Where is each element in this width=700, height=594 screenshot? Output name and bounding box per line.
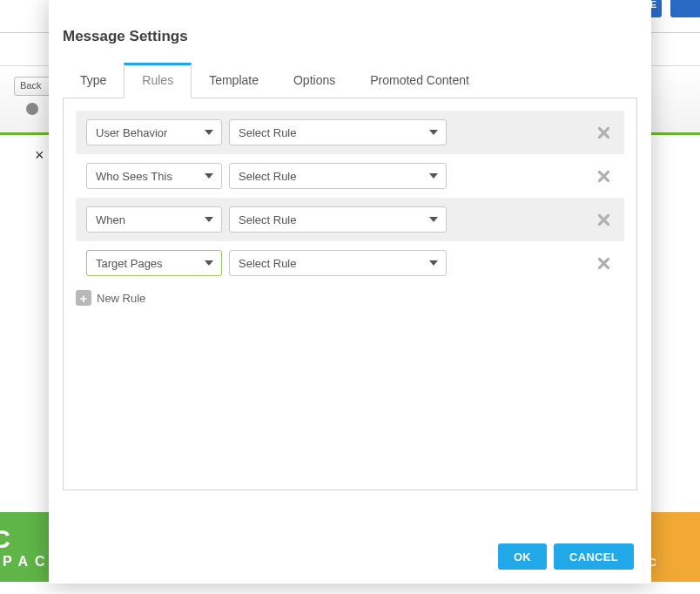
rule-category-select[interactable]: Target Pages bbox=[86, 250, 222, 276]
rule-value: Select Rule bbox=[239, 257, 296, 270]
rule-category-select[interactable]: User Behavior bbox=[86, 119, 222, 145]
delete-rule-button[interactable] bbox=[593, 253, 614, 273]
rule-category-value: When bbox=[96, 213, 125, 226]
chevron-down-icon bbox=[425, 254, 442, 272]
rule-value: Select Rule bbox=[239, 213, 296, 226]
rule-category-select[interactable]: When bbox=[86, 206, 222, 233]
rule-row: User Behavior Select Rule bbox=[76, 111, 624, 154]
tab-template[interactable]: Template bbox=[192, 63, 276, 98]
delete-rule-button[interactable] bbox=[593, 122, 614, 143]
plus-icon: + bbox=[76, 290, 91, 306]
new-rule-label: New Rule bbox=[97, 292, 145, 305]
tab-options[interactable]: Options bbox=[276, 63, 353, 98]
message-settings-modal: Message Settings Type Rules Template Opt… bbox=[49, 0, 651, 584]
modal-title: Message Settings bbox=[49, 0, 651, 63]
rule-row: When Select Rule bbox=[76, 198, 624, 241]
rule-row: Who Sees This Select Rule bbox=[76, 154, 624, 198]
rule-category-value: User Behavior bbox=[96, 126, 167, 139]
chevron-down-icon bbox=[200, 167, 218, 185]
cancel-button[interactable]: CANCEL bbox=[554, 543, 634, 570]
rule-value-select[interactable]: Select Rule bbox=[229, 250, 447, 276]
ok-button[interactable]: OK bbox=[498, 543, 547, 570]
delete-rule-button[interactable] bbox=[593, 165, 614, 186]
rule-category-select[interactable]: Who Sees This bbox=[86, 163, 222, 189]
rule-value-select[interactable]: Select Rule bbox=[229, 206, 447, 233]
rule-value-select[interactable]: Select Rule bbox=[229, 163, 447, 189]
chevron-down-icon bbox=[425, 211, 442, 228]
new-rule-button[interactable]: + New Rule bbox=[76, 285, 624, 306]
chevron-down-icon bbox=[200, 254, 218, 272]
tab-type[interactable]: Type bbox=[63, 63, 124, 98]
rule-value: Select Rule bbox=[239, 126, 296, 139]
tab-rules[interactable]: Rules bbox=[124, 63, 192, 98]
rule-category-value: Who Sees This bbox=[96, 170, 172, 183]
chevron-down-icon bbox=[425, 167, 442, 185]
rule-value-select[interactable]: Select Rule bbox=[229, 119, 447, 145]
tab-promoted-content[interactable]: Promoted Content bbox=[353, 63, 487, 98]
chevron-down-icon bbox=[200, 211, 218, 228]
rule-value: Select Rule bbox=[239, 170, 296, 183]
rule-category-value: Target Pages bbox=[96, 257, 163, 270]
rules-panel: User Behavior Select Rule Who Sees This … bbox=[63, 98, 637, 490]
modal-footer: OK CANCEL bbox=[498, 543, 634, 570]
chevron-down-icon bbox=[425, 124, 442, 141]
rule-row: Target Pages Select Rule bbox=[76, 241, 624, 285]
delete-rule-button[interactable] bbox=[593, 209, 614, 230]
modal-tabs: Type Rules Template Options Promoted Con… bbox=[63, 63, 637, 98]
chevron-down-icon bbox=[200, 124, 218, 141]
